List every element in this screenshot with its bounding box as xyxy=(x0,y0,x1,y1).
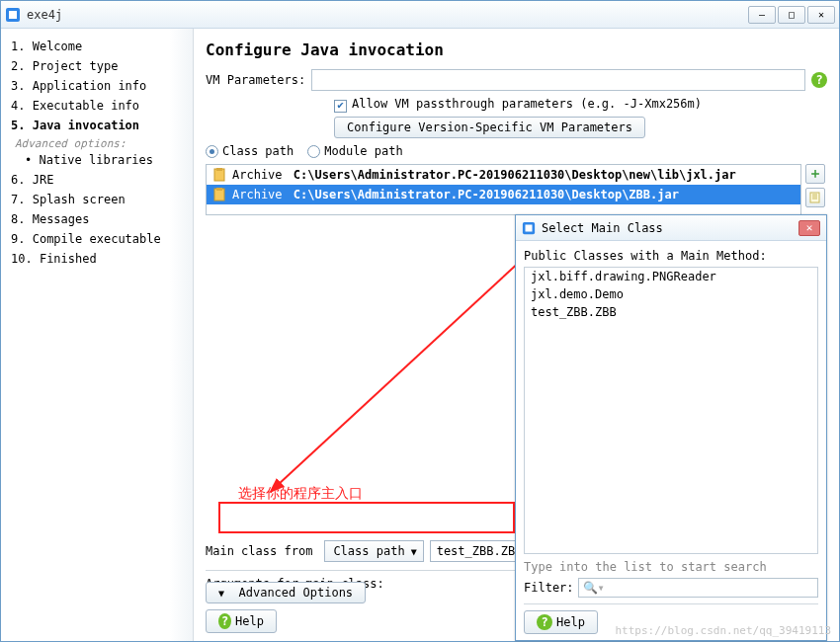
vm-params-row: VM Parameters: ? xyxy=(206,69,827,91)
passthrough-row: Allow VM passthrough parameters (e.g. -J… xyxy=(334,97,827,111)
maximize-button[interactable]: □ xyxy=(778,6,805,24)
class-list[interactable]: jxl.biff.drawing.PNGReader jxl.demo.Demo… xyxy=(524,267,818,554)
edit-archive-button[interactable] xyxy=(805,188,825,207)
window-buttons: — □ ✕ xyxy=(748,6,835,24)
archive-area: Archive C:\Users\Administrator.PC-201906… xyxy=(206,164,801,215)
help-icon: ? xyxy=(218,613,231,629)
filter-row: Filter: 🔍▾ xyxy=(524,578,818,598)
svg-rect-3 xyxy=(216,168,222,171)
advanced-options-label: Advanced options: xyxy=(15,137,185,150)
svg-rect-5 xyxy=(216,188,222,191)
main-class-value: test_ZBB.ZBB xyxy=(437,544,523,558)
chevron-down-icon: ▼ xyxy=(218,588,224,599)
sidebar-item-native-libs[interactable]: Native libraries xyxy=(25,150,185,170)
jar-icon xyxy=(212,188,226,201)
passthrough-checkbox[interactable] xyxy=(334,100,347,113)
class-row-2[interactable]: test_ZBB.ZBB xyxy=(525,303,817,321)
radio-classpath-wrap[interactable]: Class path xyxy=(206,144,294,158)
vm-params-input[interactable] xyxy=(311,69,805,91)
dialog-title-bar: Select Main Class ✕ xyxy=(516,215,826,241)
dialog-hint: Type into the list to start search xyxy=(524,560,818,574)
archive-row-1[interactable]: Archive C:\Users\Administrator.PC-201906… xyxy=(207,185,800,204)
archive-path-0: C:\Users\Administrator.PC-201906211030\D… xyxy=(294,168,736,182)
configure-vm-button[interactable]: Configure Version-Specific VM Parameters xyxy=(334,117,645,138)
watermark: https://blog.csdn.net/qq_39419113 xyxy=(615,624,831,637)
dialog-title: Select Main Class xyxy=(542,221,663,235)
jar-icon xyxy=(212,168,226,182)
step-finished[interactable]: 10. Finished xyxy=(11,249,185,269)
app-window: exe4j — □ ✕ 1. Welcome 2. Project type 3… xyxy=(0,0,840,642)
filter-label: Filter: xyxy=(524,581,574,595)
close-button[interactable]: ✕ xyxy=(807,6,835,24)
archive-path-1: C:\Users\Administrator.PC-201906211030\D… xyxy=(294,188,679,201)
sidebar: 1. Welcome 2. Project type 3. Applicatio… xyxy=(1,29,194,641)
radio-modulepath[interactable] xyxy=(307,145,320,158)
archive-side-buttons: ＋ xyxy=(805,164,825,207)
help-button[interactable]: ? Help xyxy=(206,609,277,633)
step-java-invocation[interactable]: 5. Java invocation xyxy=(11,116,185,135)
main-class-source-dropdown[interactable]: Class path ▼ xyxy=(324,540,423,562)
minimize-button[interactable]: — xyxy=(748,6,776,24)
step-splash[interactable]: 7. Splash screen xyxy=(11,190,185,209)
radio-modulepath-wrap[interactable]: Module path xyxy=(307,144,402,158)
step-compile[interactable]: 9. Compile executable xyxy=(11,229,185,249)
bottom-buttons: ▼ Advanced Options ? Help xyxy=(206,582,366,633)
dropdown-value: Class path xyxy=(333,544,404,558)
dialog-help-button[interactable]: ? Help xyxy=(524,610,598,634)
app-icon xyxy=(522,221,536,235)
page-title: Configure Java invocation xyxy=(206,40,827,59)
dialog-body: Public Classes with a Main Method: jxl.b… xyxy=(516,241,826,640)
chevron-down-icon: ▼ xyxy=(411,546,417,557)
class-row-1[interactable]: jxl.demo.Demo xyxy=(525,285,817,303)
help-icon[interactable]: ? xyxy=(811,72,827,88)
title-bar: exe4j — □ ✕ xyxy=(1,1,839,29)
annotation-text: 选择你的程序主入口 xyxy=(238,485,363,503)
add-archive-button[interactable]: ＋ xyxy=(805,164,825,184)
archive-list[interactable]: Archive C:\Users\Administrator.PC-201906… xyxy=(206,164,801,215)
archive-label-0: Archive xyxy=(232,168,283,182)
path-radio-row: Class path Module path xyxy=(206,144,827,158)
step-project-type[interactable]: 2. Project type xyxy=(11,56,185,76)
svg-rect-9 xyxy=(526,224,533,231)
archive-row-0[interactable]: Archive C:\Users\Administrator.PC-201906… xyxy=(207,165,800,185)
brand-watermark: exe4j xyxy=(0,491,1,641)
step-exec-info[interactable]: 4. Executable info xyxy=(11,96,185,116)
radio-modulepath-label: Module path xyxy=(324,144,402,158)
svg-rect-1 xyxy=(9,11,17,19)
vm-params-label: VM Parameters: xyxy=(206,73,305,87)
select-main-class-dialog: Select Main Class ✕ Public Classes with … xyxy=(515,214,827,641)
step-messages[interactable]: 8. Messages xyxy=(11,209,185,229)
window-title: exe4j xyxy=(27,8,748,22)
filter-input[interactable]: 🔍▾ xyxy=(578,578,818,598)
advanced-options-button[interactable]: ▼ Advanced Options xyxy=(206,582,366,603)
radio-classpath[interactable] xyxy=(206,145,218,158)
step-welcome[interactable]: 1. Welcome xyxy=(11,37,185,56)
search-icon: 🔍▾ xyxy=(583,581,605,595)
archive-label-1: Archive xyxy=(232,188,283,201)
red-highlight-main-class xyxy=(218,502,515,533)
app-icon xyxy=(5,7,21,23)
class-row-0[interactable]: jxl.biff.drawing.PNGReader xyxy=(525,268,817,285)
radio-classpath-label: Class path xyxy=(222,144,294,158)
main-class-label: Main class from xyxy=(206,544,312,558)
step-jre[interactable]: 6. JRE xyxy=(11,170,185,190)
configure-vm-row: Configure Version-Specific VM Parameters xyxy=(334,117,827,138)
step-app-info[interactable]: 3. Application info xyxy=(11,76,185,96)
dialog-subtitle: Public Classes with a Main Method: xyxy=(524,249,818,263)
passthrough-label: Allow VM passthrough parameters (e.g. -J… xyxy=(352,97,702,111)
dialog-close-button[interactable]: ✕ xyxy=(798,220,820,236)
help-icon: ? xyxy=(537,614,552,630)
